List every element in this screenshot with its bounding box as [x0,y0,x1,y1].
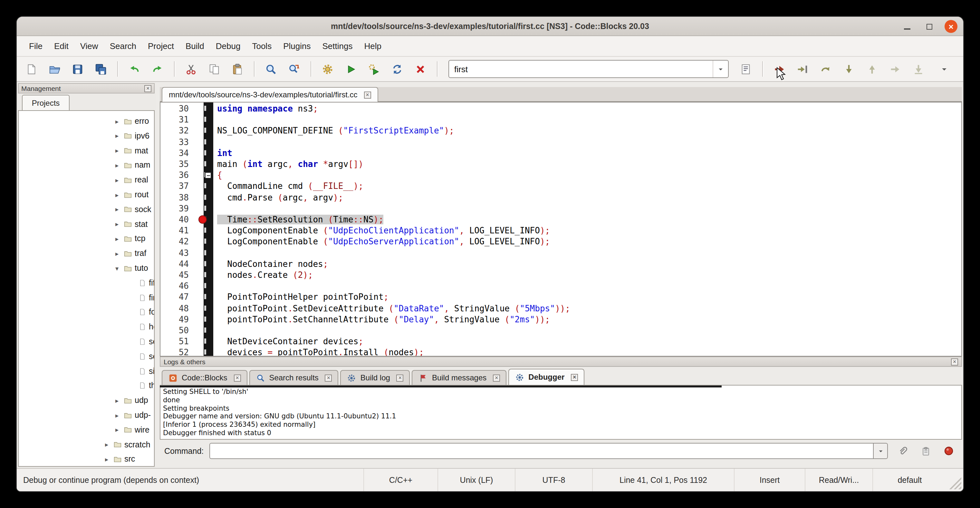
editor-tab[interactable]: mnt/dev/tools/source/ns-3-dev/examples/t… [162,87,378,102]
target-list-button[interactable] [737,60,754,78]
chevron-collapsed-icon[interactable]: ▸ [115,412,124,419]
debug-continue-button[interactable] [770,60,788,78]
chevron-collapsed-icon[interactable]: ▸ [115,162,124,169]
management-close-icon[interactable]: × [144,85,151,92]
chevron-collapsed-icon[interactable]: ▸ [115,235,124,242]
copy-button[interactable] [205,60,223,78]
code-editor[interactable]: 30using namespace ns3;3132NS_LOG_COMPONE… [160,102,962,357]
tree-item-stat-7[interactable]: ▸stat [19,217,154,231]
breakpoint-margin[interactable] [192,170,204,180]
undo-button[interactable] [125,60,143,78]
tab-close-icon[interactable]: × [234,374,241,381]
tree-item-fo-13[interactable]: fo [19,305,154,319]
run-to-cursor-button[interactable] [793,60,811,78]
tree-item-traf-9[interactable]: ▸traf [19,246,154,260]
save-button[interactable] [68,60,86,78]
command-dropdown-button[interactable] [873,443,888,459]
breakpoint-margin[interactable] [192,148,204,159]
save-all-button[interactable] [91,60,110,78]
combo-dropdown-button[interactable] [713,61,728,77]
menu-debug[interactable]: Debug [210,41,247,51]
breakpoint-margin[interactable] [192,258,204,269]
tree-item-tuto-10[interactable]: ▾tuto [19,261,154,275]
next-instruction-button[interactable] [886,60,904,78]
redo-button[interactable] [148,60,166,78]
tree-item-real-4[interactable]: ▸real [19,173,154,187]
tree-item-erro-0[interactable]: ▸erro [19,114,154,128]
breakpoint-margin[interactable] [192,269,204,280]
chevron-collapsed-icon[interactable]: ▸ [115,191,124,198]
menu-project[interactable]: Project [142,41,180,51]
run-button[interactable] [342,60,360,78]
tree-item-he-14[interactable]: he [19,320,154,334]
tree-item-wire-21[interactable]: ▸wire [19,423,154,437]
editor-tab-close-icon[interactable]: × [364,91,371,98]
menu-build[interactable]: Build [180,41,210,51]
breakpoint-margin[interactable] [192,214,204,225]
tab-close-icon[interactable]: × [325,374,332,381]
menu-settings[interactable]: Settings [317,41,358,51]
abort-build-button[interactable] [411,60,429,78]
breakpoint-margin[interactable] [192,247,204,258]
new-file-button[interactable] [22,60,40,78]
resize-grip[interactable] [947,469,963,491]
tree-item-udp-20[interactable]: ▸udp- [19,408,154,422]
rebuild-button[interactable] [388,60,406,78]
breakpoint-margin[interactable] [192,303,204,314]
panel-splitter[interactable] [156,82,159,468]
breakpoint-marker[interactable] [199,215,207,224]
step-into-button[interactable] [840,60,858,78]
breakpoint-margin[interactable] [192,159,204,170]
command-input[interactable] [209,443,873,459]
replace-button[interactable] [285,60,303,78]
build-and-run-button[interactable] [365,60,383,78]
maximize-button[interactable] [923,20,935,33]
build-button[interactable] [318,60,336,78]
tab-close-icon[interactable]: × [396,374,404,381]
menu-help[interactable]: Help [358,41,387,51]
tree-item-se-16[interactable]: se [19,349,154,364]
log-tab-build-messages[interactable]: Build messages× [412,370,506,385]
breakpoint-margin[interactable] [192,236,204,247]
breakpoint-margin[interactable] [192,280,204,291]
log-tab-debugger[interactable]: Debugger× [508,369,584,385]
next-line-button[interactable] [816,60,834,78]
build-target-combo[interactable] [449,60,729,78]
chevron-collapsed-icon[interactable]: ▸ [115,427,124,433]
breakpoint-margin[interactable] [192,203,204,214]
tree-item-ipv6-1[interactable]: ▸ipv6 [19,129,154,143]
tree-item-sock-6[interactable]: ▸sock [19,202,154,217]
toolbar-overflow-button[interactable] [935,60,953,78]
chevron-collapsed-icon[interactable]: ▸ [105,456,113,463]
breakpoint-margin[interactable] [192,325,204,336]
find-button[interactable] [262,60,280,78]
clipboard-button[interactable] [917,443,934,459]
fold-marker-icon[interactable] [205,172,212,178]
chevron-collapsed-icon[interactable]: ▸ [115,206,124,213]
breakpoint-margin[interactable] [192,181,204,192]
build-target-input[interactable] [449,64,713,74]
tree-item-rout-5[interactable]: ▸rout [19,188,154,202]
chevron-expanded-icon[interactable]: ▾ [115,264,124,272]
menu-plugins[interactable]: Plugins [277,41,317,51]
tree-item-scratch-22[interactable]: ▸scratch [19,437,154,452]
menu-file[interactable]: File [23,41,48,51]
breakpoint-margin[interactable] [192,225,204,236]
paste-button[interactable] [228,60,246,78]
tree-item-nam-3[interactable]: ▸nam [19,158,154,172]
tab-projects[interactable]: Projects [22,95,70,110]
tree-item-six-17[interactable]: six [19,364,154,378]
tree-item-udp-19[interactable]: ▸udp [19,393,154,408]
step-into-instruction-button[interactable] [909,60,927,78]
paperclip-button[interactable] [894,443,911,459]
log-tab-code-blocks[interactable]: Code::Blocks× [162,370,247,385]
breakpoint-margin[interactable] [192,114,204,125]
tab-close-icon[interactable]: × [571,374,578,381]
open-file-button[interactable] [45,60,63,78]
tree-item-fif-11[interactable]: fif [19,276,154,290]
tree-item-tcp-8[interactable]: ▸tcp [19,232,154,246]
breakpoint-margin[interactable] [192,136,204,147]
breakpoint-margin[interactable] [192,192,204,203]
tree-item-se-15[interactable]: se [19,334,154,349]
breakpoint-margin[interactable] [192,347,204,357]
